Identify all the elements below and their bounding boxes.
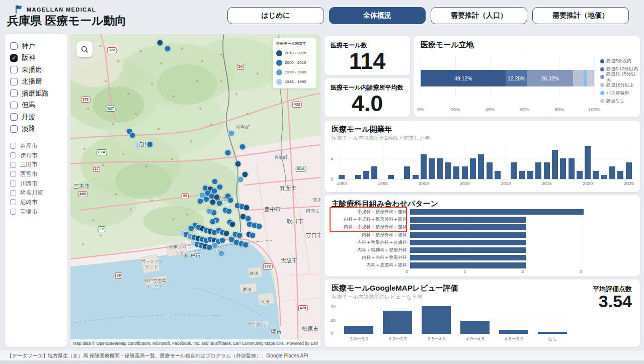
year-bar[interactable]	[626, 162, 632, 179]
medical-mall-point[interactable]	[236, 232, 243, 239]
year-bar[interactable]	[552, 150, 558, 179]
medical-mall-point[interactable]	[129, 132, 136, 139]
checkbox[interactable]	[10, 78, 18, 85]
medical-mall-point[interactable]	[226, 208, 232, 215]
map-search-button[interactable]	[76, 41, 93, 57]
year-bar[interactable]	[462, 166, 468, 179]
region-filter-item[interactable]: 淡路	[10, 123, 62, 135]
combo-bar[interactable]	[410, 232, 526, 238]
year-bar[interactable]	[371, 166, 377, 179]
medical-mall-point[interactable]	[206, 244, 213, 251]
checkbox[interactable]	[10, 171, 16, 177]
medical-mall-point[interactable]	[188, 225, 195, 232]
year-bar[interactable]	[437, 158, 443, 179]
year-bar[interactable]	[429, 158, 435, 179]
checkbox[interactable]	[10, 209, 16, 215]
review-bar[interactable]	[344, 326, 373, 334]
city-filter-item[interactable]: 三田市	[10, 160, 62, 169]
region-filter-item[interactable]: 丹波	[10, 111, 62, 123]
checkbox[interactable]	[10, 66, 18, 73]
checkbox[interactable]	[10, 162, 16, 168]
checkbox[interactable]	[10, 180, 16, 187]
medical-mall-point[interactable]	[237, 176, 244, 183]
tab-introduction[interactable]: はじめに	[227, 7, 324, 24]
map-legend-item[interactable]: 1983 - 1990	[276, 77, 313, 86]
year-bar[interactable]	[445, 162, 451, 179]
tab-overview[interactable]: 全体概況	[329, 7, 426, 24]
city-filter-item[interactable]: 川西市	[10, 179, 62, 189]
city-filter-item[interactable]: 伊丹市	[10, 151, 62, 160]
medical-mall-point[interactable]	[206, 208, 213, 215]
location-segment[interactable]	[587, 70, 594, 86]
city-filter-item[interactable]: 尼崎市	[10, 198, 62, 207]
city-filter-item[interactable]: 芦屋市	[10, 141, 62, 151]
year-bar[interactable]	[511, 162, 517, 179]
year-bar[interactable]	[453, 166, 459, 179]
year-bar[interactable]	[617, 171, 623, 179]
region-filter-item[interactable]: 但馬	[10, 100, 62, 112]
medical-mall-point[interactable]	[165, 46, 171, 52]
city-filter-item[interactable]: 猪名川町	[10, 188, 62, 198]
medical-mall-point[interactable]	[212, 178, 218, 185]
medical-mall-point[interactable]	[243, 242, 249, 248]
medical-mall-point[interactable]	[147, 141, 153, 148]
medical-mall-point[interactable]	[228, 130, 235, 137]
region-filter-item[interactable]: 北播磨	[10, 76, 62, 88]
map-panel[interactable]: 372372E27E2A17428E254423E1A9517228479 能勢…	[70, 34, 320, 347]
year-bar[interactable]	[601, 175, 607, 179]
map-legend-item[interactable]: 1990 - 2000	[276, 67, 313, 77]
checkbox[interactable]	[10, 125, 18, 133]
location-legend-item[interactable]: 該当なし	[600, 97, 640, 105]
region-filter-item[interactable]: 神戸	[10, 40, 62, 52]
checkbox[interactable]	[10, 113, 18, 121]
year-bar[interactable]	[544, 162, 550, 179]
year-bar[interactable]	[487, 162, 493, 179]
medical-mall-point[interactable]	[157, 40, 164, 46]
review-bar[interactable]	[422, 306, 451, 334]
medical-mall-point[interactable]	[135, 142, 141, 149]
region-filter-item[interactable]: ✓阪神	[10, 52, 62, 64]
medical-mall-point[interactable]	[244, 205, 250, 211]
medical-mall-point[interactable]	[229, 221, 236, 228]
medical-mall-point[interactable]	[203, 196, 210, 203]
medical-mall-point[interactable]	[210, 199, 216, 206]
checkbox[interactable]	[10, 42, 18, 50]
checkbox[interactable]	[10, 152, 16, 158]
location-legend-item[interactable]: 鉄道5分以内	[600, 57, 640, 65]
city-filter-item[interactable]: 西宮市	[10, 169, 62, 179]
year-bar[interactable]	[363, 171, 369, 179]
location-legend-item[interactable]: バス停留所	[600, 89, 640, 97]
medical-mall-point[interactable]	[210, 219, 216, 225]
tab-demand-landprice[interactable]: 需要推計（地価）	[532, 7, 629, 24]
review-bar[interactable]	[460, 321, 490, 334]
checkbox[interactable]	[10, 199, 16, 205]
combo-bar[interactable]	[410, 262, 526, 268]
medical-mall-point[interactable]	[217, 184, 223, 191]
combo-bar[interactable]	[410, 224, 526, 230]
medical-mall-point[interactable]	[235, 161, 242, 167]
map-legend-item[interactable]: 2000 - 2010	[276, 58, 313, 67]
location-segment[interactable]: 26.32%	[527, 70, 573, 86]
review-bar[interactable]	[538, 332, 567, 334]
checkbox[interactable]	[10, 89, 18, 97]
year-bar[interactable]	[470, 158, 476, 179]
location-legend-item[interactable]: 鉄道11-15分以内	[600, 73, 640, 81]
year-bar[interactable]	[339, 175, 345, 179]
checkbox[interactable]	[10, 102, 18, 109]
year-bar[interactable]	[478, 154, 484, 179]
medical-mall-point[interactable]	[219, 237, 226, 244]
tab-demand-population[interactable]: 需要推計（人口）	[431, 7, 527, 24]
combo-bar[interactable]	[410, 209, 584, 215]
medical-mall-point[interactable]	[223, 230, 230, 237]
city-filter-item[interactable]: 宝塚市	[10, 207, 62, 217]
year-bar[interactable]	[519, 171, 525, 179]
medical-mall-point[interactable]	[227, 197, 234, 204]
year-bar[interactable]	[404, 166, 410, 179]
combo-bar[interactable]	[410, 217, 526, 223]
medical-mall-point[interactable]	[218, 250, 225, 257]
review-bar[interactable]	[383, 311, 412, 334]
medical-mall-point[interactable]	[256, 223, 263, 230]
region-filter-item[interactable]: 播磨姫路	[10, 87, 62, 100]
location-segment[interactable]: 49.12%	[421, 70, 506, 86]
combo-bar[interactable]	[410, 247, 526, 253]
